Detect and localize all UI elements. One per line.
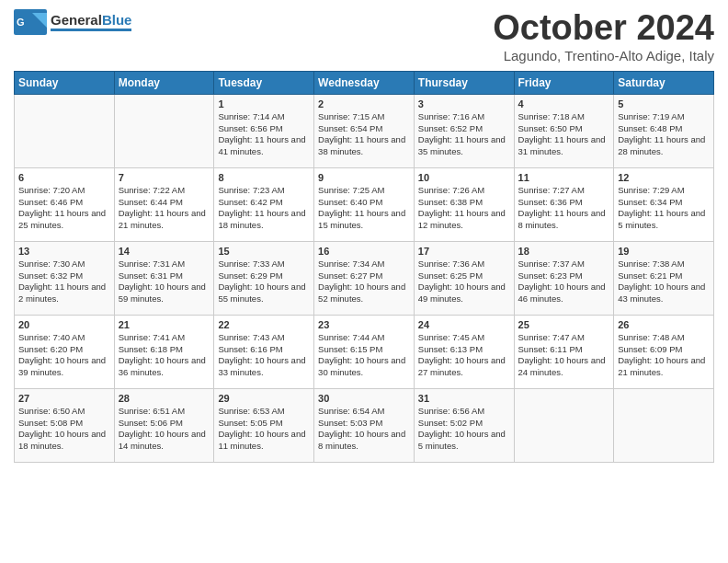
calendar-cell: 5Sunrise: 7:19 AM Sunset: 6:48 PM Daylig… xyxy=(614,94,714,167)
day-info: Sunrise: 7:15 AM Sunset: 6:54 PM Dayligh… xyxy=(318,111,410,158)
day-info: Sunrise: 7:44 AM Sunset: 6:15 PM Dayligh… xyxy=(318,332,410,379)
day-of-week-thursday: Thursday xyxy=(414,71,514,94)
calendar-cell: 13Sunrise: 7:30 AM Sunset: 6:32 PM Dayli… xyxy=(15,241,115,315)
calendar-cell: 3Sunrise: 7:16 AM Sunset: 6:52 PM Daylig… xyxy=(414,94,514,167)
calendar-cell: 16Sunrise: 7:34 AM Sunset: 6:27 PM Dayli… xyxy=(314,241,415,315)
calendar-cell: 11Sunrise: 7:27 AM Sunset: 6:36 PM Dayli… xyxy=(514,167,614,241)
day-of-week-tuesday: Tuesday xyxy=(214,71,314,94)
calendar-cell: 30Sunrise: 6:54 AM Sunset: 5:03 PM Dayli… xyxy=(314,388,415,462)
calendar-cell: 22Sunrise: 7:43 AM Sunset: 6:16 PM Dayli… xyxy=(214,315,314,388)
day-number: 16 xyxy=(318,246,410,257)
day-number: 10 xyxy=(418,172,510,183)
day-number: 27 xyxy=(18,393,110,404)
day-info: Sunrise: 7:48 AM Sunset: 6:09 PM Dayligh… xyxy=(618,332,710,379)
day-number: 19 xyxy=(618,246,710,257)
day-number: 7 xyxy=(119,172,210,183)
week-row-4: 20Sunrise: 7:40 AM Sunset: 6:20 PM Dayli… xyxy=(15,315,714,388)
day-number: 1 xyxy=(218,98,310,109)
week-row-3: 13Sunrise: 7:30 AM Sunset: 6:32 PM Dayli… xyxy=(15,241,714,315)
month-title: October 2024 xyxy=(493,9,714,48)
day-number: 30 xyxy=(318,393,410,404)
calendar-cell: 27Sunrise: 6:50 AM Sunset: 5:08 PM Dayli… xyxy=(15,388,115,462)
calendar-cell: 25Sunrise: 7:47 AM Sunset: 6:11 PM Dayli… xyxy=(514,315,614,388)
day-info: Sunrise: 7:25 AM Sunset: 6:40 PM Dayligh… xyxy=(318,185,410,232)
day-of-week-friday: Friday xyxy=(514,71,614,94)
day-number: 4 xyxy=(518,98,610,109)
day-info: Sunrise: 7:20 AM Sunset: 6:46 PM Dayligh… xyxy=(18,185,110,232)
day-number: 18 xyxy=(518,246,610,257)
day-info: Sunrise: 7:14 AM Sunset: 6:56 PM Dayligh… xyxy=(218,111,310,158)
calendar-table: SundayMondayTuesdayWednesdayThursdayFrid… xyxy=(14,71,714,463)
calendar-cell: 23Sunrise: 7:44 AM Sunset: 6:15 PM Dayli… xyxy=(314,315,415,388)
day-of-week-saturday: Saturday xyxy=(614,71,714,94)
day-info: Sunrise: 7:30 AM Sunset: 6:32 PM Dayligh… xyxy=(18,259,110,305)
week-row-1: 1Sunrise: 7:14 AM Sunset: 6:56 PM Daylig… xyxy=(15,94,714,167)
day-info: Sunrise: 6:56 AM Sunset: 5:02 PM Dayligh… xyxy=(418,406,510,453)
logo-general: General xyxy=(51,12,102,28)
calendar-cell: 20Sunrise: 7:40 AM Sunset: 6:20 PM Dayli… xyxy=(15,315,115,388)
day-number: 25 xyxy=(518,319,610,330)
day-info: Sunrise: 7:23 AM Sunset: 6:42 PM Dayligh… xyxy=(218,185,310,232)
day-info: Sunrise: 7:33 AM Sunset: 6:29 PM Dayligh… xyxy=(218,259,310,305)
day-info: Sunrise: 6:53 AM Sunset: 5:05 PM Dayligh… xyxy=(218,406,310,453)
day-info: Sunrise: 7:47 AM Sunset: 6:11 PM Dayligh… xyxy=(518,332,610,379)
day-number: 21 xyxy=(119,319,210,330)
day-info: Sunrise: 6:50 AM Sunset: 5:08 PM Dayligh… xyxy=(18,406,110,453)
svg-text:G: G xyxy=(17,17,25,28)
day-number: 5 xyxy=(618,98,710,109)
day-number: 11 xyxy=(518,172,610,183)
day-number: 20 xyxy=(18,319,110,330)
calendar-cell: 29Sunrise: 6:53 AM Sunset: 5:05 PM Dayli… xyxy=(214,388,314,462)
day-info: Sunrise: 7:34 AM Sunset: 6:27 PM Dayligh… xyxy=(318,259,410,305)
calendar-cell: 8Sunrise: 7:23 AM Sunset: 6:42 PM Daylig… xyxy=(214,167,314,241)
day-info: Sunrise: 7:18 AM Sunset: 6:50 PM Dayligh… xyxy=(518,111,610,158)
logo-underline xyxy=(51,29,131,31)
calendar-cell: 1Sunrise: 7:14 AM Sunset: 6:56 PM Daylig… xyxy=(214,94,314,167)
calendar-cell: 28Sunrise: 6:51 AM Sunset: 5:06 PM Dayli… xyxy=(114,388,214,462)
day-number: 15 xyxy=(218,246,310,257)
title-block: October 2024 Lagundo, Trentino-Alto Adig… xyxy=(493,9,714,63)
day-info: Sunrise: 7:19 AM Sunset: 6:48 PM Dayligh… xyxy=(618,111,710,158)
calendar-cell: 6Sunrise: 7:20 AM Sunset: 6:46 PM Daylig… xyxy=(15,167,115,241)
calendar-cell: 24Sunrise: 7:45 AM Sunset: 6:13 PM Dayli… xyxy=(414,315,514,388)
logo-blue: Blue xyxy=(102,12,132,28)
day-of-week-monday: Monday xyxy=(114,71,214,94)
calendar-cell: 15Sunrise: 7:33 AM Sunset: 6:29 PM Dayli… xyxy=(214,241,314,315)
day-number: 13 xyxy=(18,246,110,257)
day-info: Sunrise: 7:26 AM Sunset: 6:38 PM Dayligh… xyxy=(418,185,510,232)
calendar-cell: 10Sunrise: 7:26 AM Sunset: 6:38 PM Dayli… xyxy=(414,167,514,241)
calendar-cell xyxy=(514,388,614,462)
day-info: Sunrise: 7:37 AM Sunset: 6:23 PM Dayligh… xyxy=(518,259,610,305)
calendar-cell xyxy=(614,388,714,462)
day-number: 3 xyxy=(418,98,510,109)
day-number: 29 xyxy=(218,393,310,404)
day-number: 9 xyxy=(318,172,410,183)
week-row-5: 27Sunrise: 6:50 AM Sunset: 5:08 PM Dayli… xyxy=(15,388,714,462)
day-info: Sunrise: 7:16 AM Sunset: 6:52 PM Dayligh… xyxy=(418,111,510,158)
day-info: Sunrise: 7:45 AM Sunset: 6:13 PM Dayligh… xyxy=(418,332,510,379)
calendar-cell: 17Sunrise: 7:36 AM Sunset: 6:25 PM Dayli… xyxy=(414,241,514,315)
day-number: 8 xyxy=(218,172,310,183)
header-row: SundayMondayTuesdayWednesdayThursdayFrid… xyxy=(15,71,714,94)
calendar-cell: 31Sunrise: 6:56 AM Sunset: 5:02 PM Dayli… xyxy=(414,388,514,462)
location-title: Lagundo, Trentino-Alto Adige, Italy xyxy=(493,48,714,63)
day-info: Sunrise: 7:38 AM Sunset: 6:21 PM Dayligh… xyxy=(618,259,710,305)
calendar-cell xyxy=(114,94,214,167)
day-info: Sunrise: 7:29 AM Sunset: 6:34 PM Dayligh… xyxy=(618,185,710,232)
calendar-cell: 2Sunrise: 7:15 AM Sunset: 6:54 PM Daylig… xyxy=(314,94,415,167)
day-info: Sunrise: 7:40 AM Sunset: 6:20 PM Dayligh… xyxy=(18,332,110,379)
logo-icon: G xyxy=(14,9,47,35)
day-number: 23 xyxy=(318,319,410,330)
day-info: Sunrise: 7:43 AM Sunset: 6:16 PM Dayligh… xyxy=(218,332,310,379)
day-number: 12 xyxy=(618,172,710,183)
day-info: Sunrise: 7:41 AM Sunset: 6:18 PM Dayligh… xyxy=(119,332,210,379)
day-info: Sunrise: 6:51 AM Sunset: 5:06 PM Dayligh… xyxy=(119,406,210,453)
calendar-cell: 19Sunrise: 7:38 AM Sunset: 6:21 PM Dayli… xyxy=(614,241,714,315)
calendar-cell: 18Sunrise: 7:37 AM Sunset: 6:23 PM Dayli… xyxy=(514,241,614,315)
day-of-week-sunday: Sunday xyxy=(15,71,115,94)
day-number: 22 xyxy=(218,319,310,330)
day-info: Sunrise: 7:22 AM Sunset: 6:44 PM Dayligh… xyxy=(119,185,210,232)
calendar-cell: 9Sunrise: 7:25 AM Sunset: 6:40 PM Daylig… xyxy=(314,167,415,241)
day-number: 14 xyxy=(119,246,210,257)
calendar-cell: 14Sunrise: 7:31 AM Sunset: 6:31 PM Dayli… xyxy=(114,241,214,315)
